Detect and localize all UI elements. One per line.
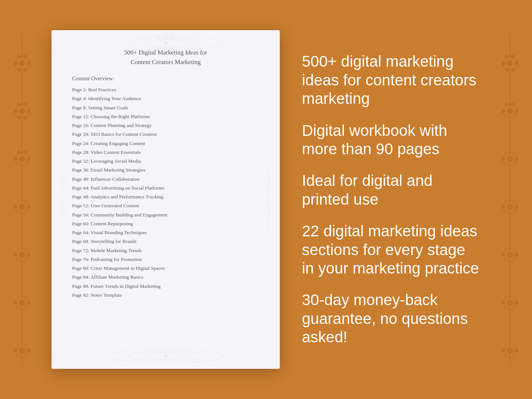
svg-point-95	[267, 179, 271, 183]
toc-item: Page 20: SEO Basics for Content Creation	[72, 131, 259, 138]
toc-section-title: Content Overview:	[72, 75, 259, 82]
document-panel: 500+ Digital Marketing Ideas for Content…	[52, 30, 280, 369]
toc-item: Page 4: Identifying Your Audience	[72, 95, 259, 102]
toc-item: Page 2: Best Practices	[72, 86, 259, 93]
toc-item: Page 60: Content Repurposing	[72, 220, 259, 227]
toc-item: Page 44: Paid Advertising on Social Plat…	[72, 184, 259, 192]
svg-point-87	[164, 354, 168, 358]
features-panel: 500+ digital marketing ideas for content…	[302, 52, 503, 346]
feature-text-item: 30-day money-back guarantee, no question…	[302, 291, 480, 346]
feature-text-item: Digital workbook with more than 90 pages	[302, 121, 480, 159]
toc-item: Page 56: Community Building and Engageme…	[72, 211, 259, 219]
toc-item: Page 52: User-Generated Content	[72, 202, 259, 209]
toc-item: Page 12: Choosing the Right Platforms	[72, 113, 259, 120]
feature-text-item: 22 digital marketing ideas sections for …	[302, 222, 480, 278]
toc-item: Page 36: Email Marketing Strategies	[72, 166, 259, 174]
toc-item: Page 76: Podcasting for Promotion	[72, 256, 259, 263]
toc-item: Page 88: Future Trends in Digital Market…	[72, 283, 259, 290]
toc-item: Page 64: Visual Branding Techniques	[72, 229, 259, 236]
toc-item: Page 8: Setting Smart Goals	[72, 104, 259, 112]
toc-item: Page 48: Analytics and Performance Track…	[72, 193, 259, 201]
toc-item: Page 40: Influencer Collaboration	[72, 176, 259, 183]
svg-point-97	[267, 209, 271, 212]
doc-bottom-decoration	[107, 347, 225, 365]
svg-point-78	[163, 34, 168, 40]
toc-item: Page 84: Affiliate Marketing Basics	[72, 273, 259, 281]
toc-item: Page 32: Leveraging Social Media	[72, 158, 259, 165]
toc-item: Page 28: Video Content Essentials	[72, 149, 259, 156]
svg-point-77	[164, 41, 168, 45]
toc-item: Page 92: Notes Template	[72, 292, 259, 299]
toc-item: Page 68: Storytelling for Brands	[72, 238, 259, 245]
toc-item: Page 16: Content Planning and Strategy	[72, 122, 259, 129]
svg-point-92	[61, 209, 64, 212]
svg-point-79	[163, 46, 168, 52]
toc-item: Page 72: Mobile Marketing Trends	[72, 247, 259, 254]
doc-left-decoration	[55, 163, 70, 236]
main-container: 500+ Digital Marketing Ideas for Content…	[0, 0, 532, 399]
doc-right-decoration	[261, 163, 276, 236]
svg-point-90	[61, 179, 64, 183]
toc-list: Page 2: Best PracticesPage 4: Identifyin…	[72, 86, 259, 299]
doc-top-decoration	[107, 34, 225, 52]
toc-item: Page 80: Crisis Management in Digital Sp…	[72, 265, 259, 272]
feature-text-item: 500+ digital marketing ideas for content…	[302, 52, 480, 108]
toc-item: Page 24: Creating Engaging Content	[72, 140, 259, 147]
feature-text-item: Ideal for digital and printed use	[302, 172, 480, 209]
